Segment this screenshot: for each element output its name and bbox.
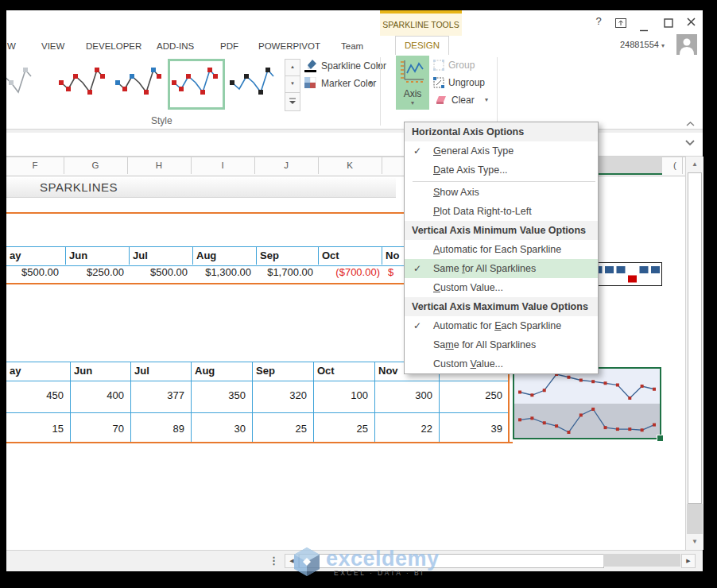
tab-view[interactable]: VIEW xyxy=(41,37,64,56)
lower-sparkline-cell[interactable] xyxy=(514,404,660,438)
table2-row2-cell[interactable]: 22 xyxy=(376,423,432,435)
tab-add-ins[interactable]: ADD-INS xyxy=(157,37,194,56)
vertical-scrollbar[interactable]: ▲ ▼ xyxy=(685,157,703,550)
table2-header-oct[interactable]: Oct xyxy=(313,362,378,380)
scroll-down-icon[interactable]: ▼ xyxy=(686,536,703,548)
gallery-more-button[interactable] xyxy=(285,92,300,111)
table1-header-jun[interactable]: Jun xyxy=(65,247,132,265)
column-header-h[interactable]: H xyxy=(127,157,191,174)
menu-item-min-automatic[interactable]: Automatic for Each Sparkline xyxy=(405,240,598,259)
excel-window: SPARKLINE TOOLS ? W VIEW DEVELOPER ADD-I… xyxy=(6,10,703,571)
gallery-scroll-up-button[interactable]: ▲ xyxy=(285,59,300,76)
table1-header-oct[interactable]: Oct xyxy=(318,247,385,265)
vertical-scroll-track[interactable] xyxy=(687,504,703,534)
table2-row1-cell[interactable]: 400 xyxy=(72,389,124,401)
table2-row1-cell[interactable]: 377 xyxy=(132,389,184,401)
expand-formula-bar-icon[interactable] xyxy=(684,137,696,152)
fullscreen-icon[interactable] xyxy=(615,17,626,31)
fill-handle[interactable] xyxy=(657,435,664,442)
table2-gridline xyxy=(313,380,314,442)
column-header-k[interactable]: K xyxy=(318,157,382,174)
table1-header-jul[interactable]: Jul xyxy=(129,247,196,265)
ungroup-button[interactable]: Ungroup xyxy=(433,77,505,90)
table2-row1-cell[interactable]: 320 xyxy=(254,389,307,401)
table2-header-jul[interactable]: Jul xyxy=(130,362,194,380)
table2-header-aug[interactable]: Aug xyxy=(191,362,255,380)
sparkline-style-preview-2[interactable] xyxy=(56,59,110,110)
table2-header-sep[interactable]: Sep xyxy=(252,362,316,380)
table1-value-cell[interactable]: $1,300.00 xyxy=(194,266,251,278)
user-id[interactable]: 24881554 ▾ xyxy=(620,40,665,49)
axis-button[interactable]: Axis ▾ xyxy=(396,56,429,110)
tab-pdf[interactable]: PDF xyxy=(220,37,238,56)
marker-color-button[interactable]: Marker Color ▾ xyxy=(304,77,384,91)
tab-team[interactable]: Team xyxy=(341,37,363,56)
check-icon: ✓ xyxy=(413,141,421,161)
table2-row2-cell[interactable]: 25 xyxy=(254,423,307,435)
table2-row1-cell[interactable]: 250 xyxy=(440,389,502,401)
column-header-f[interactable]: F xyxy=(6,157,64,174)
table2-row2-cell[interactable]: 70 xyxy=(72,423,124,435)
menu-item-min-custom-value[interactable]: Custom Value... xyxy=(405,278,598,297)
menu-item-date-axis-type[interactable]: Date Axis Type... xyxy=(405,161,598,180)
tab-developer[interactable]: DEVELOPER xyxy=(86,37,141,56)
column-divider xyxy=(382,157,382,174)
sparkline-style-preview-5[interactable] xyxy=(226,59,282,110)
column-header-i[interactable]: I xyxy=(191,157,254,174)
table2-header-jun[interactable]: Jun xyxy=(70,362,134,380)
table1-value-cell-partial[interactable]: $ xyxy=(388,266,404,278)
maximize-icon[interactable] xyxy=(664,17,673,31)
column-header-j[interactable]: J xyxy=(254,157,318,174)
worksheet-title-cell[interactable]: SPARKLINES xyxy=(6,178,396,198)
menu-item-general-axis-type[interactable]: ✓General Axis Type xyxy=(405,141,598,161)
table1-value-cell[interactable]: $500.00 xyxy=(8,266,59,278)
gallery-scroll-down-button[interactable]: ▼ xyxy=(285,75,300,93)
sparkline-style-preview-1[interactable] xyxy=(6,59,55,110)
menu-item-show-axis[interactable]: Show Axis xyxy=(405,183,598,202)
menu-item-min-same-for-all-selected[interactable]: ✓Same for All Sparklines xyxy=(405,259,598,278)
table2-row2-cell[interactable]: 39 xyxy=(440,423,502,435)
clear-button[interactable]: Clear ▾ xyxy=(435,95,506,107)
menu-item-max-same-for-all[interactable]: Same for All Sparklines xyxy=(405,335,598,354)
table2-row1-cell[interactable]: 450 xyxy=(8,389,64,401)
table1-header-may[interactable]: ay xyxy=(6,247,68,265)
column-header-partial[interactable]: ( xyxy=(667,157,683,174)
column-header-selected[interactable] xyxy=(590,157,662,175)
scroll-right-icon[interactable]: ▶ xyxy=(681,554,696,568)
tab-powerpivot[interactable]: POWERPIVOT xyxy=(258,37,320,56)
menu-item-max-automatic[interactable]: ✓Automatic for Each Sparkline xyxy=(405,316,598,335)
table2-row2-cell[interactable]: 30 xyxy=(192,423,246,435)
sparkline-style-preview-3[interactable] xyxy=(111,59,167,110)
help-icon[interactable]: ? xyxy=(591,15,606,27)
table2-header-may[interactable]: ay xyxy=(6,362,72,380)
sparkline-style-preview-4-selected[interactable] xyxy=(168,59,225,110)
close-icon[interactable] xyxy=(686,16,696,30)
horizontal-scroll-track[interactable] xyxy=(603,554,680,567)
table2-row1-cell[interactable]: 300 xyxy=(376,389,432,401)
table1-value-cell[interactable]: $250.00 xyxy=(67,266,124,278)
table1-value-cell[interactable]: $1,700.00 xyxy=(256,266,313,278)
table2-row2-cell[interactable]: 89 xyxy=(132,423,184,435)
table1-value-cell-negative[interactable]: ($700.00) xyxy=(320,266,380,278)
table1-value-cell[interactable]: $500.00 xyxy=(130,266,188,278)
menu-item-plot-data-right-to-left[interactable]: Plot Data Right-to-Left xyxy=(405,202,598,221)
sparkline-group-selection[interactable] xyxy=(513,367,661,439)
table1-header-sep[interactable]: Sep xyxy=(256,247,321,265)
minimize-icon[interactable] xyxy=(639,21,649,35)
vertical-scroll-thumb[interactable] xyxy=(688,172,702,504)
scroll-up-icon[interactable]: ▲ xyxy=(686,158,703,171)
menu-item-max-custom-value[interactable]: Custom Value... xyxy=(405,354,598,373)
dark-line-blue-red-markers-icon xyxy=(115,65,163,103)
avatar[interactable] xyxy=(676,34,697,55)
table2-row2-cell[interactable]: 15 xyxy=(8,423,64,435)
table2-row1-cell[interactable]: 350 xyxy=(192,389,246,401)
sparkline-color-button[interactable]: Sparkline Color ▾ xyxy=(304,60,384,74)
column-header-g[interactable]: G xyxy=(64,157,127,174)
table2-row2-cell[interactable]: 25 xyxy=(315,423,368,435)
table1-header-aug[interactable]: Aug xyxy=(192,247,259,265)
table2-row1-cell[interactable]: 100 xyxy=(315,389,368,401)
tab-design-active[interactable]: DESIGN xyxy=(395,36,449,55)
tab-review-partial[interactable]: W xyxy=(7,37,16,56)
win-loss-sparkline-cell[interactable] xyxy=(590,262,662,286)
scrollbar-split-handle[interactable]: ⋮ xyxy=(269,555,279,567)
